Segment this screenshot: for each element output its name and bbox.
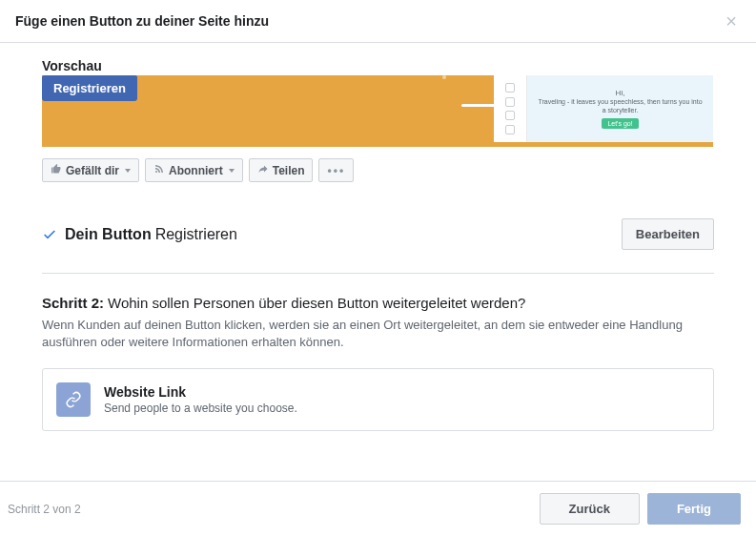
option-text: Website Link Send people to a website yo… <box>104 384 297 415</box>
subscribed-button[interactable]: Abonniert <box>145 158 243 182</box>
step-2-title: Schritt 2:Wohin sollen Personen über die… <box>42 295 714 311</box>
option-desc: Send people to a website you choose. <box>104 402 297 415</box>
more-icon: ••• <box>327 164 345 177</box>
button-confirm-row: Dein ButtonRegistrieren Bearbeiten <box>42 218 714 274</box>
share-label: Teilen <box>273 164 305 177</box>
modal-title: Füge einen Button zu deiner Seite hinzu <box>15 13 269 29</box>
close-icon: × <box>725 10 737 31</box>
mockup-button: Let's go! <box>602 118 638 129</box>
step-2-description: Wenn Kunden auf deinen Button klicken, w… <box>42 317 714 351</box>
close-button[interactable]: × <box>722 11 741 31</box>
preview-label: Vorschau <box>42 58 714 73</box>
check-icon <box>42 227 57 242</box>
mockup-icon <box>505 97 515 107</box>
done-button[interactable]: Fertig <box>647 493 741 525</box>
cover-mockup: Hi, Traveling - it leaves you speechless… <box>494 75 713 142</box>
cover-preview: Registrieren Hi, Traveling - it leaves y… <box>42 75 714 147</box>
thumbs-up-icon <box>51 163 62 177</box>
mockup-heading: Hi, <box>616 89 625 97</box>
modal-footer: Schritt 2 von 2 Zurück Fertig <box>0 481 756 536</box>
chevron-down-icon <box>229 169 235 173</box>
option-website-link[interactable]: Website Link Send people to a website yo… <box>42 368 714 431</box>
chevron-down-icon <box>125 169 131 173</box>
page-action-row: Gefällt dir Abonniert Teilen ••• <box>42 158 714 182</box>
step-2-section: Schritt 2:Wohin sollen Personen über die… <box>42 295 714 431</box>
mockup-sidebar <box>494 75 527 142</box>
decorative-dot <box>442 75 446 79</box>
back-button[interactable]: Zurück <box>540 493 640 525</box>
modal-body: Vorschau Registrieren Hi, Traveling - it… <box>0 43 756 470</box>
modal-header: Füge einen Button zu deiner Seite hinzu … <box>0 0 756 43</box>
mockup-tagline: Traveling - it leaves you speechless, th… <box>537 98 704 114</box>
share-icon <box>257 163 269 177</box>
link-icon <box>56 382 91 417</box>
share-button[interactable]: Teilen <box>249 158 314 182</box>
confirm-text: Dein ButtonRegistrieren <box>65 226 237 243</box>
more-button[interactable]: ••• <box>318 158 354 182</box>
mockup-icon <box>505 83 515 93</box>
subscribed-label: Abonniert <box>169 164 223 177</box>
step-2-title-bold: Schritt 2: <box>42 295 104 311</box>
like-label: Gefällt dir <box>66 164 119 177</box>
mockup-icon <box>505 125 515 134</box>
edit-button[interactable]: Bearbeiten <box>622 218 714 250</box>
mockup-icon <box>505 111 515 120</box>
option-title: Website Link <box>104 384 297 400</box>
mockup-main: Hi, Traveling - it leaves you speechless… <box>527 75 713 142</box>
cover-image: Registrieren Hi, Traveling - it leaves y… <box>42 75 713 147</box>
step-indicator: Schritt 2 von 2 <box>8 503 81 516</box>
footer-buttons: Zurück Fertig <box>540 493 741 525</box>
svg-point-0 <box>155 171 157 173</box>
step-2-title-question: Wohin sollen Personen über diesen Button… <box>108 295 525 311</box>
rss-icon <box>153 163 165 177</box>
confirm-left: Dein ButtonRegistrieren <box>42 226 237 243</box>
confirm-label: Dein Button <box>65 226 152 242</box>
like-button[interactable]: Gefällt dir <box>42 158 139 182</box>
confirm-value: Registrieren <box>155 226 237 242</box>
cta-preview-button: Registrieren <box>42 75 137 101</box>
